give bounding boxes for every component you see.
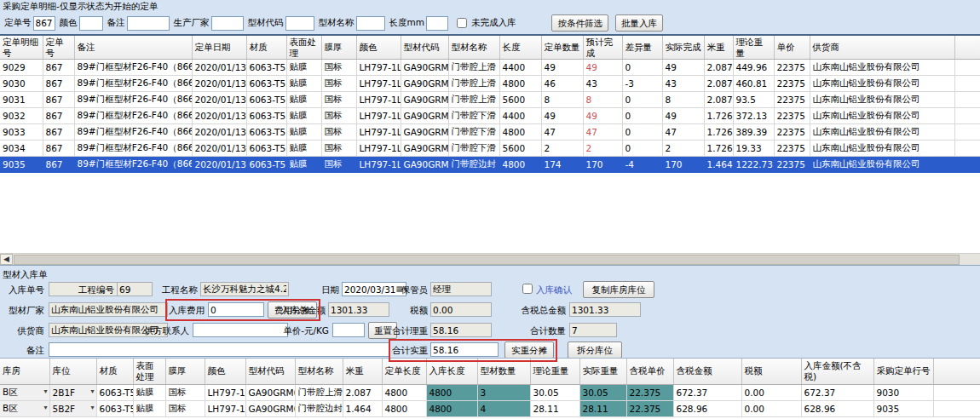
column-header[interactable]: 入库长度 — [426, 359, 477, 384]
order-row[interactable]: 903486789#门框型材F26-F40（866+867）2020/01/13… — [0, 141, 980, 157]
column-header[interactable]: 差异量 — [622, 36, 662, 60]
color-input[interactable] — [79, 16, 103, 31]
order-row[interactable]: 903586789#门框型材F26-F40（866+867）2020/01/13… — [0, 157, 980, 173]
inbound-cell[interactable] — [933, 384, 980, 400]
column-header[interactable]: 型材名称 — [295, 359, 343, 384]
inbound-cell[interactable]: 22.375 — [626, 400, 673, 416]
order-cell[interactable]: 门带腔下滑 — [448, 108, 499, 124]
location-dropdown[interactable]: 5B2F▾ — [49, 400, 96, 416]
order-cell[interactable]: GA90GRM03 — [401, 92, 448, 108]
warehouse-dropdown[interactable]: B区▾ — [0, 400, 49, 416]
order-cell[interactable]: 4400 — [499, 60, 541, 76]
order-cell[interactable]: 0 — [622, 108, 662, 124]
column-header[interactable]: 型材代码 — [245, 359, 295, 384]
order-cell[interactable]: 867 — [43, 76, 74, 92]
order-cell[interactable]: 贴膜 — [286, 92, 321, 108]
remark-input[interactable] — [127, 16, 170, 31]
inbound-cell[interactable]: 28.11 — [579, 400, 626, 416]
column-header[interactable]: 采购定单行号 — [873, 359, 933, 384]
column-header[interactable]: 定单长度 — [382, 359, 426, 384]
order-cell[interactable]: 22375 — [774, 141, 810, 157]
order-cell[interactable]: 4800 — [499, 124, 541, 141]
order-cell[interactable]: GA90GRM04 — [401, 141, 448, 157]
inbound-row[interactable]: B区▾2B1F▾6063-T5贴膜国标LH797-1LL0GA90GRM03门带… — [0, 384, 980, 400]
order-cell[interactable]: 1.464 — [704, 157, 733, 173]
order-cell[interactable]: 门带腔上滑 — [448, 76, 499, 92]
column-header[interactable]: 理论重量 — [733, 36, 774, 60]
order-cell[interactable]: 6063-T5 — [246, 124, 286, 141]
order-cell[interactable] — [954, 157, 980, 173]
inbound-cell[interactable]: 2.087 — [343, 384, 382, 400]
contact-input[interactable] — [193, 323, 288, 337]
order-row[interactable]: 903286789#门框型材F26-F40（866+867）2020/01/13… — [0, 108, 980, 124]
inbound-cell[interactable]: 1.464 — [343, 400, 382, 416]
order-cell[interactable]: 山东南山铝业股份有限公司 — [810, 60, 954, 76]
column-header[interactable]: 表面处理 — [133, 359, 165, 384]
order-row[interactable]: 903186789#门框型材F26-F40（866+867）2020/01/13… — [0, 92, 980, 108]
column-header[interactable] — [933, 359, 980, 384]
actual-total-input[interactable] — [430, 342, 499, 357]
order-cell[interactable]: 9032 — [0, 108, 43, 124]
order-cell[interactable]: 1222.73 — [733, 157, 774, 173]
order-cell[interactable] — [954, 60, 980, 76]
column-header[interactable]: 供货商 — [810, 36, 954, 60]
order-cell[interactable]: 867 — [43, 157, 74, 173]
order-cell[interactable]: 89#门框型材F26-F40（866+867） — [74, 124, 192, 141]
order-cell[interactable]: 22375 — [774, 92, 810, 108]
split-location-button[interactable]: 拆分库位 — [568, 342, 622, 359]
column-header[interactable]: 膜厚 — [165, 359, 205, 384]
order-cell[interactable]: 22375 — [774, 76, 810, 92]
column-header[interactable]: 定单号 — [43, 36, 74, 60]
inbound-cell[interactable]: 30.05 — [579, 384, 626, 400]
order-cell[interactable]: GA90GRM05 — [401, 157, 448, 173]
order-cell[interactable]: 49 — [583, 108, 622, 124]
order-cell[interactable]: 170 — [583, 157, 622, 173]
order-cell[interactable]: 0 — [622, 124, 662, 141]
total-amount-input[interactable] — [328, 302, 389, 317]
length-input[interactable] — [426, 16, 448, 31]
order-cell[interactable]: 贴膜 — [286, 108, 321, 124]
inbound-cell[interactable]: 4800 — [382, 384, 426, 400]
order-cell[interactable]: 89#门框型材F26-F40（866+867） — [74, 92, 192, 108]
order-cell[interactable]: 8 — [662, 92, 704, 108]
profile-name-input[interactable] — [356, 16, 385, 31]
order-cell[interactable]: 国标 — [321, 124, 356, 141]
order-cell[interactable]: 门带腔上滑 — [448, 92, 499, 108]
order-cell[interactable]: 0 — [622, 141, 662, 157]
order-cell[interactable]: 0 — [622, 92, 662, 108]
order-cell[interactable] — [954, 76, 980, 92]
order-cell[interactable]: 9030 — [0, 76, 43, 92]
actual-apportion-button[interactable]: 实重分摊 — [504, 342, 554, 359]
order-cell[interactable]: LH797-1LL0 — [356, 92, 401, 108]
order-cell[interactable]: 43 — [583, 76, 622, 92]
copy-warehouse-button[interactable]: 复制库房库位 — [583, 281, 654, 298]
order-cell[interactable]: 0 — [622, 60, 662, 76]
column-header[interactable]: 型材数量 — [477, 359, 530, 384]
order-cell[interactable]: 8 — [583, 92, 622, 108]
order-cell[interactable]: 2020/01/13 — [192, 124, 246, 141]
inbound-cell[interactable]: 30.05 — [530, 384, 579, 400]
column-header[interactable]: 入库金额(不含税) — [801, 359, 873, 384]
inbound-cell[interactable]: 4800 — [426, 384, 477, 400]
chevron-down-icon[interactable]: ▾ — [43, 387, 47, 395]
order-cell[interactable]: 山东南山铝业股份有限公司 — [810, 157, 954, 173]
order-row[interactable]: 903086789#门框型材F26-F40（866+867）2020/01/13… — [0, 76, 980, 92]
column-header[interactable]: 定单数量 — [541, 36, 583, 60]
project-name-input[interactable] — [200, 282, 289, 296]
order-cell[interactable] — [954, 141, 980, 157]
horizontal-scrollbar[interactable]: ◀ — [0, 253, 980, 265]
column-header[interactable]: 实际重量 — [579, 359, 626, 384]
order-cell[interactable]: 22375 — [774, 60, 810, 76]
order-cell[interactable]: 2020/01/13 — [192, 141, 246, 157]
order-cell[interactable]: 6063-T5 — [246, 157, 286, 173]
inbound-cell[interactable]: 国标 — [165, 400, 205, 416]
column-header[interactable]: 含税金额 — [673, 359, 741, 384]
chevron-down-icon[interactable]: ▾ — [90, 404, 94, 411]
inbound-cell[interactable]: 6063-T5 — [96, 400, 133, 416]
inbound-row[interactable]: B区▾5B2F▾6063-T5贴膜国标LH797-1LL0GA90GRM05门带… — [0, 400, 980, 416]
column-header[interactable]: 米重 — [704, 36, 733, 60]
order-cell[interactable]: 43 — [662, 76, 704, 92]
order-cell[interactable]: 49 — [662, 108, 704, 124]
order-cell[interactable]: 2 — [541, 141, 583, 157]
order-cell[interactable]: 山东南山铝业股份有限公司 — [810, 92, 954, 108]
